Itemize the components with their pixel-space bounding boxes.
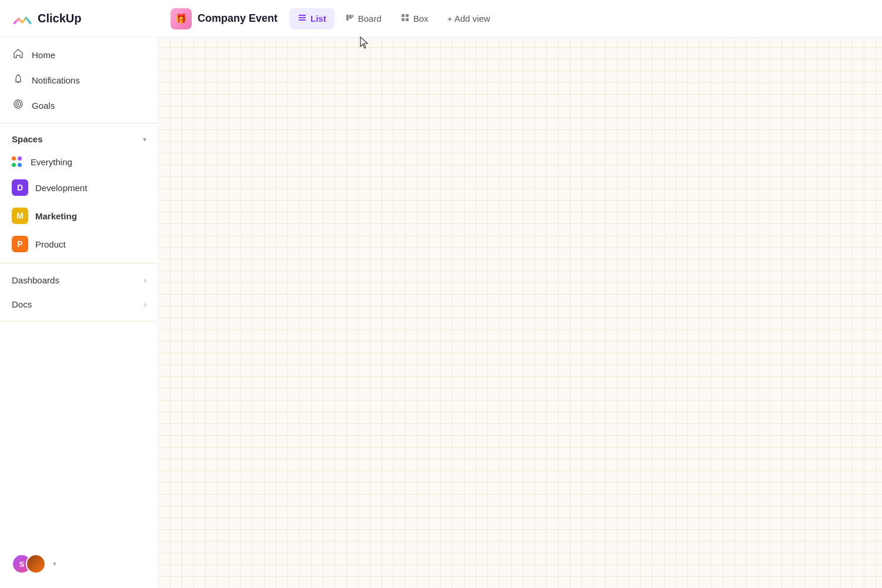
- svg-rect-3: [346, 15, 349, 21]
- divider-2: [0, 263, 158, 263]
- add-view-button[interactable]: + Add view: [439, 9, 499, 28]
- spaces-section-header[interactable]: Spaces ▾: [0, 128, 158, 150]
- avatar-group[interactable]: S: [12, 554, 46, 574]
- sidebar-bottom: S ▾: [0, 544, 158, 583]
- list-view-label: List: [310, 14, 326, 24]
- product-label: Product: [35, 239, 66, 249]
- board-view-icon: [345, 13, 355, 25]
- goals-label: Goals: [32, 101, 55, 111]
- sidebar-item-dashboards[interactable]: Dashboards ›: [0, 268, 158, 292]
- sidebar: Home Notifications Goals Spaces ▾: [0, 38, 159, 588]
- docs-chevron-icon: ›: [144, 300, 146, 309]
- notifications-icon: [12, 74, 25, 87]
- sidebar-item-development[interactable]: D Development: [0, 173, 158, 202]
- svg-point-13: [18, 103, 19, 105]
- divider-1: [0, 123, 158, 123]
- home-icon: [12, 48, 25, 62]
- svg-rect-2: [299, 19, 306, 21]
- development-badge: D: [12, 179, 28, 196]
- board-view-label: Board: [358, 14, 382, 24]
- spaces-label: Spaces: [12, 134, 43, 144]
- box-view-icon: [400, 13, 410, 25]
- dashboards-label: Dashboards: [12, 275, 59, 285]
- svg-rect-7: [406, 14, 409, 17]
- divider-3: [0, 321, 158, 322]
- everything-icon: [12, 156, 24, 168]
- sidebar-item-marketing[interactable]: M Marketing: [0, 202, 158, 230]
- sidebar-item-docs[interactable]: Docs ›: [0, 292, 158, 316]
- product-badge: P: [12, 236, 28, 252]
- spaces-chevron-icon: ▾: [143, 135, 146, 143]
- sidebar-item-everything[interactable]: Everything: [0, 150, 158, 173]
- everything-label: Everything: [31, 157, 72, 167]
- avatar-img: [26, 554, 46, 574]
- logo-area: ClickUp: [12, 8, 171, 29]
- sidebar-item-home[interactable]: Home: [0, 42, 158, 68]
- home-label: Home: [32, 50, 55, 60]
- space-name: Company Event: [198, 12, 278, 25]
- svg-rect-1: [299, 17, 306, 18]
- svg-rect-6: [402, 14, 405, 17]
- sidebar-item-product[interactable]: P Product: [0, 230, 158, 258]
- notifications-label: Notifications: [32, 75, 80, 85]
- box-view-label: Box: [413, 14, 429, 24]
- app-layout: Home Notifications Goals Spaces ▾: [0, 38, 882, 588]
- sidebar-item-goals[interactable]: Goals: [0, 93, 158, 118]
- dashboards-chevron-icon: ›: [144, 276, 146, 285]
- main-content: [159, 38, 882, 588]
- marketing-badge: M: [12, 208, 28, 224]
- app-header: ClickUp 🎁 Company Event List Board Box +: [0, 0, 882, 38]
- avatar-chevron-icon: ▾: [53, 560, 56, 568]
- space-icon: 🎁: [171, 8, 192, 29]
- clickup-logo-icon: [12, 8, 33, 29]
- list-view-icon: [298, 13, 307, 25]
- view-tab-board[interactable]: Board: [337, 8, 390, 29]
- view-tab-list[interactable]: List: [289, 8, 335, 29]
- view-tab-box[interactable]: Box: [392, 8, 437, 29]
- svg-rect-5: [352, 15, 353, 18]
- svg-rect-8: [402, 18, 405, 21]
- svg-rect-0: [299, 15, 306, 16]
- logo-text: ClickUp: [38, 12, 81, 25]
- docs-label: Docs: [12, 299, 32, 309]
- goals-icon: [12, 99, 25, 112]
- header-nav: 🎁 Company Event List Board Box + Add vie…: [171, 8, 870, 29]
- add-view-label: + Add view: [447, 14, 490, 24]
- marketing-label: Marketing: [35, 211, 77, 221]
- sidebar-item-notifications[interactable]: Notifications: [0, 68, 158, 93]
- development-label: Development: [35, 183, 87, 193]
- svg-rect-9: [406, 18, 409, 21]
- svg-rect-4: [349, 15, 352, 19]
